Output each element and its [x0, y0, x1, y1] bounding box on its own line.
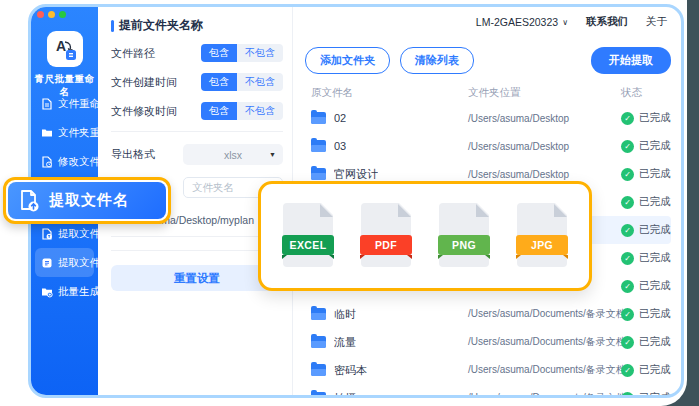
settings-title-text: 提前文件夹名称: [119, 17, 203, 34]
path-cell: /Users/asuma/Desktop: [468, 169, 615, 180]
status-text: 已完成: [639, 139, 671, 153]
name-cell: 03: [311, 140, 468, 152]
app-logo-icon: A: [51, 35, 79, 63]
file-page: EXCEL: [283, 203, 333, 267]
status-check-icon: ✓: [621, 364, 634, 377]
path-cell: /Users/asuma/Documents/备录文档: [468, 391, 615, 395]
callout-label: 提取文件名: [49, 191, 129, 210]
file-page: JPG: [517, 203, 567, 267]
add-folder-button[interactable]: 添加文件夹: [305, 47, 390, 74]
topbar: LM-2GAES20323 ∨ 联系我们 关于: [293, 7, 681, 37]
status-text: 已完成: [639, 279, 671, 293]
file-types-overlay: EXCELPDFPNGJPG: [258, 181, 592, 291]
name-cell: 02: [311, 112, 468, 124]
divider: [111, 131, 283, 132]
column-header-path: 文件夹位置: [468, 86, 615, 100]
toggle-row-label: 文件创建时间: [111, 75, 177, 90]
clear-list-button[interactable]: 清除列表: [400, 47, 474, 74]
folders-plus-icon: [40, 285, 53, 298]
status-text: 已完成: [639, 363, 671, 377]
name-cell: 流量: [311, 335, 468, 350]
sidebar-item-2[interactable]: 文件夹重命名: [31, 118, 98, 147]
include-segmented-control: 包含不包含: [201, 73, 283, 91]
status-cell: ✓已完成: [621, 335, 671, 349]
status-check-icon: ✓: [621, 196, 634, 209]
folder-icon: [311, 364, 326, 376]
toggle-row-label: 文件修改时间: [111, 104, 177, 119]
export-format-select[interactable]: xlsx ▼: [183, 144, 283, 165]
file-name: 拍摄: [334, 391, 356, 396]
folder-icon: [311, 336, 326, 348]
close-window-button[interactable]: [37, 11, 44, 18]
status-cell: ✓已完成: [621, 111, 671, 125]
status-check-icon: ✓: [621, 252, 634, 265]
table-row[interactable]: 03/Users/asuma/Desktop✓已完成: [305, 132, 671, 160]
folder-icon: [311, 308, 326, 320]
export-format-label: 导出格式: [111, 147, 155, 162]
column-header-status: 状态: [621, 86, 642, 100]
document-extract-icon: [40, 227, 53, 240]
toggle-row-2: 文件创建时间包含不包含: [111, 73, 283, 91]
version-text: LM-2GAES20323: [476, 16, 558, 28]
toggle-row-1: 文件路径包含不包含: [111, 44, 283, 62]
include-option[interactable]: 包含: [201, 73, 237, 91]
contact-us-link[interactable]: 联系我们: [586, 15, 628, 29]
status-text: 已完成: [639, 195, 671, 209]
exclude-option[interactable]: 不包含: [237, 73, 283, 91]
file-name: 密码本: [334, 363, 367, 378]
folder-icon: [311, 392, 326, 395]
toolbar: 添加文件夹 清除列表 开始提取: [305, 47, 671, 74]
chevron-down-icon: ∨: [562, 18, 568, 27]
status-cell: ✓已完成: [621, 251, 671, 265]
table-row[interactable]: 02/Users/asuma/Desktop✓已完成: [305, 104, 671, 132]
name-cell: 密码本: [311, 363, 468, 378]
exclude-option[interactable]: 不包含: [237, 44, 283, 62]
table-row[interactable]: 流量/Users/asuma/Documents/备录文档✓已完成: [305, 328, 671, 356]
include-segmented-control: 包含不包含: [201, 44, 283, 62]
status-cell: ✓已完成: [621, 279, 671, 293]
folder-icon: [40, 126, 53, 139]
status-cell: ✓已完成: [621, 223, 671, 237]
status-text: 已完成: [639, 307, 671, 321]
about-link[interactable]: 关于: [646, 15, 667, 29]
status-check-icon: ✓: [621, 112, 634, 125]
status-cell: ✓已完成: [621, 391, 671, 395]
sidebar-item-1[interactable]: 文件重命名: [31, 89, 98, 118]
status-text: 已完成: [639, 223, 671, 237]
version-dropdown[interactable]: LM-2GAES20323 ∨: [476, 16, 568, 28]
window-controls: [37, 11, 66, 18]
file-type-ribbon: JPG: [516, 235, 568, 255]
chevron-down-icon: ▼: [269, 151, 276, 158]
name-cell: 拍摄: [311, 391, 468, 396]
table-row[interactable]: 拍摄/Users/asuma/Documents/备录文档✓已完成: [305, 384, 671, 395]
status-check-icon: ✓: [621, 308, 634, 321]
sidebar-item-6[interactable]: 批量生成文件夹: [31, 277, 98, 306]
sidebar-item-3[interactable]: 修改文件时间: [31, 147, 98, 176]
table-header: 原文件名 文件夹位置 状态: [305, 86, 671, 100]
file-name: 02: [334, 112, 346, 124]
minimize-window-button[interactable]: [48, 11, 55, 18]
status-cell: ✓已完成: [621, 363, 671, 377]
app-logo: A: [47, 31, 83, 67]
status-cell: ✓已完成: [621, 195, 671, 209]
status-text: 已完成: [639, 251, 671, 265]
include-option[interactable]: 包含: [201, 102, 237, 120]
file-name: 03: [334, 140, 346, 152]
table-row[interactable]: 临时/Users/asuma/Documents/备录文档✓已完成: [305, 300, 671, 328]
jpg-file-icon: JPG: [513, 201, 571, 271]
file-name: 流量: [334, 335, 356, 350]
path-cell: /Users/asuma/Desktop: [468, 141, 615, 152]
sidebar-item-5[interactable]: 提取文件夹名: [35, 248, 94, 277]
extract-filename-callout[interactable]: 提取文件名: [3, 177, 171, 224]
include-option[interactable]: 包含: [201, 44, 237, 62]
exclude-option[interactable]: 不包含: [237, 102, 283, 120]
folder-list-icon: [40, 256, 53, 269]
table-row[interactable]: 密码本/Users/asuma/Documents/备录文档✓已完成: [305, 356, 671, 384]
file-page: PDF: [361, 203, 411, 267]
toggle-rows: 文件路径包含不包含文件创建时间包含不包含文件修改时间包含不包含: [111, 44, 283, 120]
zoom-window-button[interactable]: [59, 11, 66, 18]
start-extract-button[interactable]: 开始提取: [591, 47, 671, 74]
name-cell: 官网设计: [311, 167, 468, 182]
excel-file-icon: EXCEL: [279, 201, 337, 271]
status-text: 已完成: [639, 335, 671, 349]
